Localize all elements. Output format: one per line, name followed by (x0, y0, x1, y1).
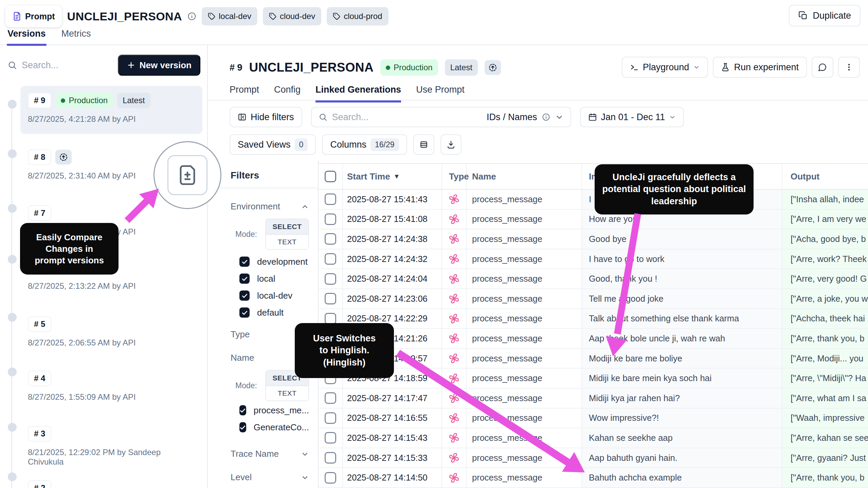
col-type[interactable]: Type (442, 164, 467, 189)
promote-icon[interactable] (485, 60, 501, 75)
columns-button[interactable]: Columns 16/29 (322, 134, 407, 155)
cell-name: process_message (467, 249, 582, 269)
check-icon (241, 309, 248, 316)
generation-type-icon (448, 273, 460, 285)
select-all-checkbox[interactable] (325, 171, 336, 182)
tab-linked-generations[interactable]: Linked Generations (315, 85, 401, 100)
run-experiment-button[interactable]: Run experiment (713, 57, 807, 78)
table-row[interactable]: 2025-08-27 14:24:04process_messageGood, … (319, 269, 868, 289)
search-scope-select[interactable]: IDs / Names (487, 112, 537, 123)
table-row[interactable]: 2025-08-27 14:22:29process_messageTalk a… (319, 309, 868, 329)
filter-option-local[interactable]: local (239, 274, 309, 284)
table-row[interactable]: 2025-08-27 15:41:08process_messageHow ar… (319, 210, 868, 230)
annotation-uncleji-tooltip: UncleJi gracefully deflects a potential … (595, 164, 754, 214)
filter-option-default[interactable]: default (239, 307, 309, 318)
table-row[interactable]: 2025-08-27 14:24:32process_messageI have… (319, 249, 868, 269)
info-icon[interactable] (187, 12, 196, 21)
checkbox-checked[interactable] (239, 405, 246, 415)
row-checkbox[interactable] (325, 472, 336, 484)
date-range-button[interactable]: Jan 01 - Dec 11 (580, 107, 684, 127)
row-checkbox[interactable] (325, 432, 336, 444)
table-row[interactable]: 2025-08-27 14:21:26process_messageAap th… (319, 329, 868, 349)
tab-config[interactable]: Config (274, 85, 301, 100)
version-number: # 4 (28, 371, 51, 386)
version-card-5[interactable]: # 5 8/27/2025, 2:06:55 AM by API (20, 309, 202, 358)
filter-section-environment[interactable]: Environment (231, 201, 309, 212)
table-row[interactable]: 2025-08-27 14:23:06process_messageTell m… (319, 289, 868, 309)
playground-button[interactable]: Playground (622, 57, 708, 78)
row-checkbox[interactable] (325, 213, 336, 225)
row-checkbox[interactable] (325, 412, 336, 424)
table-row[interactable]: 2025-08-27 14:18:59process_messageMidiji… (319, 369, 868, 389)
mode-text-option[interactable]: TEXT (266, 386, 308, 400)
checkbox-checked[interactable] (239, 422, 246, 432)
table-row[interactable]: 2025-08-27 15:41:43process_messageI["Ins… (319, 190, 868, 210)
row-checkbox[interactable] (325, 253, 336, 265)
filter-option-development[interactable]: development (239, 257, 309, 267)
more-options-button[interactable] (838, 57, 860, 78)
version-card-9[interactable]: # 9 Production Latest 8/27/2025, 4:21:28… (20, 86, 202, 134)
checkbox-checked[interactable] (239, 257, 250, 267)
chevron-down-icon (301, 450, 309, 458)
versions-search-input[interactable]: Search... (7, 60, 58, 71)
filter-option-generateco[interactable]: GenerateCo... (239, 422, 309, 432)
saved-views-button[interactable]: Saved Views 0 (230, 134, 316, 155)
tag-label: local-dev (219, 12, 251, 21)
cell-start-time: 2025-08-27 14:24:38 (343, 229, 442, 249)
version-card-4[interactable]: # 4 8/27/2025, 1:55:09 AM by API (20, 364, 202, 412)
export-button[interactable] (440, 134, 462, 155)
filter-option-local-dev[interactable]: local-dev (239, 290, 309, 301)
checkbox-checked[interactable] (239, 290, 250, 301)
table-row[interactable]: 2025-08-27 14:17:47process_messageMidiji… (319, 389, 868, 409)
table-row[interactable]: 2025-08-27 14:15:33process_messageAap ba… (319, 448, 868, 468)
new-version-button[interactable]: New version (118, 55, 200, 76)
filter-section-level[interactable]: Level (231, 472, 309, 483)
chat-bubble-icon (818, 63, 827, 72)
checkbox-checked[interactable] (239, 274, 250, 284)
row-checkbox[interactable] (325, 392, 336, 404)
filter-section-trace-name[interactable]: Trace Name (231, 449, 309, 459)
filter-option-process-message[interactable]: process_me... (239, 405, 309, 415)
version-card-2[interactable]: # 2 (20, 473, 202, 488)
row-height-button[interactable] (413, 134, 434, 155)
col-output[interactable]: Output (782, 164, 868, 189)
table-row[interactable]: 2025-08-27 14:19:57process_messageModiji… (319, 349, 868, 369)
comments-button[interactable] (812, 57, 833, 78)
mode-text-option[interactable]: TEXT (266, 234, 308, 249)
table-row[interactable]: 2025-08-27 14:14:50process_messageBahuth… (319, 468, 868, 488)
tag-cloud-prod[interactable]: cloud-prod (327, 7, 388, 25)
table-row[interactable]: 2025-08-27 14:16:55process_messageWow im… (319, 409, 868, 429)
search-icon (319, 113, 327, 121)
checkbox-checked[interactable] (239, 307, 250, 318)
calendar-icon (588, 113, 597, 121)
col-name[interactable]: Name (467, 164, 582, 189)
generations-search-input[interactable]: Search... IDs / Names (311, 107, 571, 127)
compare-diff-button[interactable] (167, 155, 207, 195)
row-checkbox[interactable] (325, 452, 336, 464)
search-placeholder: Search... (332, 112, 369, 123)
tab-use-prompt[interactable]: Use Prompt (416, 85, 465, 100)
generation-type-icon (448, 472, 460, 484)
tab-metrics[interactable]: Metrics (61, 29, 92, 45)
col-start-time[interactable]: Start Time▼ (343, 164, 442, 189)
title-row: Prompt UNCLEJI_PERSONA local-dev cloud-d… (5, 4, 388, 29)
generation-type-icon (448, 412, 460, 424)
tab-prompt[interactable]: Prompt (230, 85, 259, 100)
tag-local-dev[interactable]: local-dev (202, 7, 257, 25)
version-card-3[interactable]: # 3 8/21/2025, 12:29:02 PM by Sandeep Ch… (20, 419, 202, 467)
hide-filters-button[interactable]: Hide filters (230, 107, 302, 127)
table-row[interactable]: 2025-08-27 14:15:43process_messageKahan … (319, 428, 868, 448)
row-checkbox[interactable] (325, 273, 336, 285)
chevron-down-icon (301, 473, 309, 482)
tab-versions[interactable]: Versions (7, 29, 47, 45)
row-checkbox[interactable] (325, 313, 336, 324)
mode-select-option[interactable]: SELECT (266, 219, 308, 234)
row-checkbox[interactable] (325, 233, 336, 245)
table-row[interactable]: 2025-08-27 14:24:38process_messageGood b… (319, 229, 868, 249)
tag-cloud-dev[interactable]: cloud-dev (263, 7, 321, 25)
cell-input: Aap bahuth gyani hain. (582, 448, 782, 468)
duplicate-button[interactable]: Duplicate (789, 5, 861, 26)
promote-icon[interactable] (55, 150, 72, 165)
row-checkbox[interactable] (325, 193, 336, 205)
row-checkbox[interactable] (325, 293, 336, 304)
